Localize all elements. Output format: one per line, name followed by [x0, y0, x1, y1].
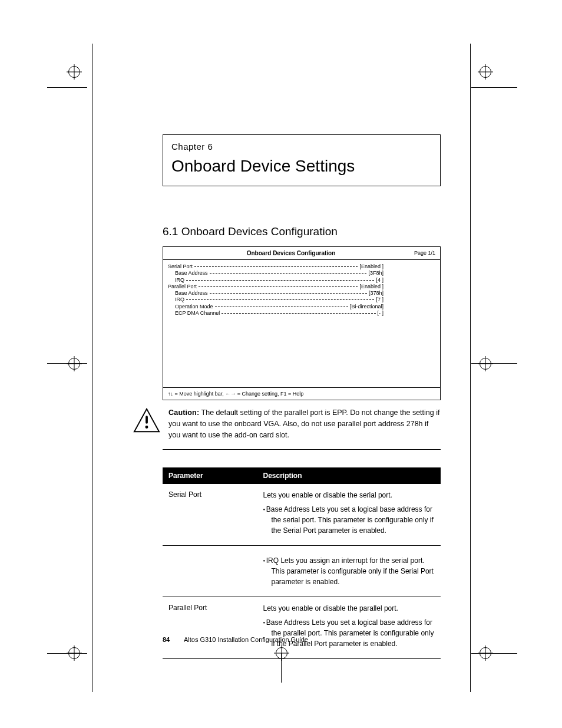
bios-label: ECP DMA Channel — [175, 310, 220, 317]
bios-row: Base Address[3F8h] — [168, 270, 435, 276]
bios-value: [Enabled ] — [359, 263, 384, 270]
caution-lead: Caution: — [168, 409, 199, 417]
col-description: Description — [257, 467, 441, 484]
bios-value: [Bi-directional] — [350, 304, 384, 310]
bios-dots — [186, 277, 374, 281]
table-row: IRQ Lets you assign an interrupt for the… — [163, 545, 441, 597]
bios-dots — [222, 310, 375, 314]
bios-value: [7 ] — [376, 297, 384, 303]
bios-dots — [210, 290, 367, 294]
col-parameter: Parameter — [163, 467, 257, 484]
table-row: Parallel PortLets you enable or disable … — [163, 597, 441, 658]
bios-title: Onboard Devices Configuration — [247, 249, 336, 258]
bios-row: Serial Port[Enabled ] — [168, 263, 435, 270]
bios-dots — [210, 270, 367, 274]
caution-body: The default setting of the parallel port… — [168, 409, 439, 439]
caution-block: Caution: The default setting of the para… — [163, 407, 441, 449]
section-heading: 6.1 Onboard Devices Configuration — [163, 224, 441, 239]
bios-screenshot: Onboard Devices Configuration Page 1/1 S… — [163, 246, 441, 401]
chapter-label: Chapter 6 — [171, 141, 432, 153]
param-name — [163, 545, 257, 597]
parameter-table: Parameter Description Serial PortLets yo… — [163, 467, 441, 659]
bios-label: Base Address — [175, 270, 208, 276]
bios-label: Parallel Port — [168, 284, 197, 290]
page-footer: 84 Altos G310 Installation Configuration… — [163, 635, 441, 644]
bios-row: IRQ[4 ] — [168, 277, 435, 284]
bios-row: Operation Mode[Bi-directional] — [168, 304, 435, 310]
bios-row: IRQ[7 ] — [168, 297, 435, 303]
bios-page: Page 1/1 — [414, 249, 435, 256]
bios-label: Operation Mode — [175, 304, 213, 310]
param-desc: Lets you enable or disable the serial po… — [257, 484, 441, 546]
chapter-title: Onboard Device Settings — [171, 155, 432, 177]
param-name: Parallel Port — [163, 597, 257, 658]
bios-dots — [194, 263, 358, 267]
bios-dots — [186, 297, 374, 300]
param-desc: IRQ Lets you assign an interrupt for the… — [257, 545, 441, 597]
page-number: 84 — [163, 635, 184, 644]
chapter-header: Chapter 6 Onboard Device Settings — [163, 134, 441, 186]
bios-dots — [215, 304, 348, 307]
bios-help-bar: ↑↓ = Move highlight bar, ←→ = Change set… — [163, 387, 440, 400]
table-row: Serial PortLets you enable or disable th… — [163, 484, 441, 546]
footer-title: Altos G310 Installation Configuration Gu… — [184, 635, 308, 644]
bios-label: IRQ — [175, 277, 184, 284]
bios-row: Base Address[378h] — [168, 290, 435, 297]
bios-label: Serial Port — [168, 263, 193, 270]
param-name: Serial Port — [163, 484, 257, 546]
bios-value: [- ] — [378, 310, 384, 317]
bios-value: [378h] — [369, 290, 384, 297]
bios-value: [3F8h] — [368, 270, 384, 276]
bios-row: ECP DMA Channel[- ] — [168, 310, 435, 317]
bios-label: IRQ — [175, 297, 184, 303]
bios-label: Base Address — [175, 290, 208, 297]
svg-point-2 — [146, 426, 148, 429]
bios-dots — [199, 284, 358, 287]
param-desc: Lets you enable or disable the parallel … — [257, 597, 441, 658]
bios-value: [Enabled ] — [359, 284, 384, 290]
warning-icon — [133, 407, 160, 433]
bios-row: Parallel Port[Enabled ] — [168, 284, 435, 290]
bios-value: [4 ] — [376, 277, 384, 284]
svg-rect-1 — [146, 416, 148, 424]
